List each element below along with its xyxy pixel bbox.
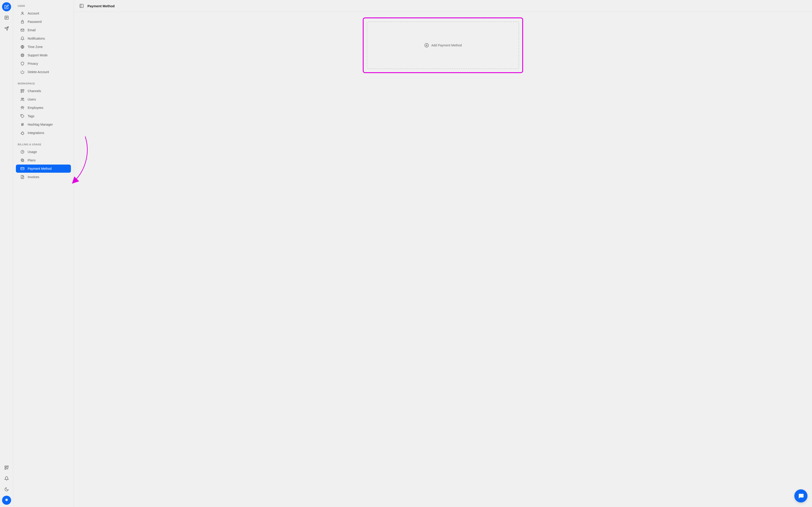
svg-line-36 (23, 123, 23, 126)
section-header-billing: BILLING & USAGE (13, 141, 73, 148)
sidebar-item-label: Time Zone (28, 45, 43, 49)
sidebar-item-label: Support Mode (28, 53, 48, 57)
svg-rect-12 (21, 21, 24, 23)
theme-button[interactable] (2, 485, 11, 494)
svg-point-16 (22, 55, 23, 56)
svg-point-32 (21, 115, 22, 116)
sidebar-item-label: Payment Method (28, 167, 52, 170)
sidebar-item-users[interactable]: Users (16, 95, 71, 103)
svg-rect-6 (5, 466, 6, 467)
users-icon (20, 97, 24, 101)
sidebar-item-notifications[interactable]: Notifications (16, 35, 71, 43)
sidebar-item-label: Tags (28, 114, 35, 118)
sidebar-item-label: Users (28, 98, 36, 101)
sidebar-item-payment-method[interactable]: Payment Method (16, 165, 71, 173)
svg-rect-7 (7, 466, 8, 467)
icon-rail (0, 0, 13, 507)
card-icon (20, 167, 24, 171)
chat-fab[interactable] (794, 489, 807, 502)
sidebar-item-channels[interactable]: Channels (16, 87, 71, 95)
svg-line-17 (21, 54, 22, 55)
apps-button[interactable] (2, 463, 11, 472)
sidebar-item-label: Account (28, 11, 39, 15)
rail-bell-button[interactable] (2, 474, 11, 483)
shield-icon (20, 62, 24, 66)
employees-icon (20, 106, 24, 110)
annotation-arrow (71, 136, 94, 187)
svg-point-28 (23, 98, 24, 99)
add-payment-label: Add Payment Method (432, 44, 462, 47)
gauge-icon (20, 150, 24, 154)
sidebar-item-label: Usage (28, 150, 37, 154)
settings-sidebar: USER Account Password Email Notification… (13, 0, 74, 507)
svg-point-30 (21, 107, 21, 108)
svg-point-27 (21, 98, 23, 99)
svg-rect-42 (21, 168, 24, 170)
section-header-user: USER (13, 3, 73, 9)
compose-button[interactable] (2, 2, 11, 11)
sidebar-item-label: Integrations (28, 131, 44, 135)
news-button[interactable] (2, 13, 11, 22)
lock-icon (20, 20, 24, 24)
globe-icon (20, 45, 24, 49)
sidebar-item-timezone[interactable]: Time Zone (16, 43, 71, 51)
svg-rect-41 (22, 160, 24, 162)
highlight-frame: Add Payment Method (363, 17, 523, 73)
sidebar-item-label: Password (28, 20, 42, 23)
content-header: Payment Method (74, 0, 812, 12)
collapse-sidebar-icon[interactable] (79, 4, 84, 8)
stack-icon (20, 158, 24, 162)
sidebar-item-label: Employees (28, 106, 43, 110)
sidebar-item-label: Invoices (28, 175, 39, 179)
sidebar-item-label: Plans (28, 159, 36, 162)
tag-icon (20, 114, 24, 118)
svg-point-11 (22, 12, 23, 13)
sidebar-item-label: Email (28, 28, 36, 32)
svg-rect-22 (21, 90, 22, 91)
user-icon (20, 11, 24, 15)
sidebar-item-integrations[interactable]: Integrations (16, 129, 71, 137)
sidebar-item-email[interactable]: Email (16, 26, 71, 34)
chat-icon (798, 493, 804, 499)
svg-line-18 (23, 56, 23, 56)
svg-rect-24 (21, 92, 22, 93)
sidebar-item-usage[interactable]: Usage (16, 148, 71, 156)
send-button[interactable] (2, 24, 11, 33)
sidebar-item-plans[interactable]: Plans (16, 156, 71, 164)
section-header-workspace: WORKSPACE (13, 80, 73, 87)
sidebar-item-password[interactable]: Password (16, 18, 71, 26)
content-body: Add Payment Method (74, 12, 812, 507)
grid-plus-icon (20, 89, 24, 93)
sidebar-item-tags[interactable]: Tags (16, 112, 71, 120)
sidebar-item-label: Notifications (28, 37, 45, 40)
hash-icon (20, 122, 24, 126)
plus-circle-icon (424, 43, 429, 48)
sidebar-item-delete-account[interactable]: Delete Account (16, 68, 71, 76)
page-title: Payment Method (88, 4, 115, 8)
svg-line-35 (22, 123, 22, 126)
sidebar-item-account[interactable]: Account (16, 9, 71, 17)
sidebar-item-invoices[interactable]: Invoices (16, 173, 71, 181)
power-icon (20, 70, 24, 74)
sidebar-item-employees[interactable]: Employees (16, 104, 71, 112)
mail-icon (20, 28, 24, 32)
app-logo[interactable] (2, 496, 11, 505)
svg-line-19 (21, 56, 22, 56)
sidebar-item-privacy[interactable]: Privacy (16, 60, 71, 68)
svg-line-20 (23, 54, 23, 55)
svg-rect-40 (21, 159, 23, 161)
bell-icon (20, 37, 24, 41)
add-payment-method-button[interactable]: Add Payment Method (367, 21, 519, 69)
sidebar-item-label: Delete Account (28, 70, 49, 74)
svg-point-39 (22, 152, 23, 152)
svg-point-31 (23, 107, 24, 108)
sidebar-item-label: Hashtag Manager (28, 123, 53, 126)
svg-rect-23 (23, 90, 24, 91)
sidebar-item-label: Privacy (28, 62, 38, 65)
sidebar-item-label: Channels (28, 89, 41, 93)
svg-point-29 (22, 106, 23, 108)
sidebar-item-support[interactable]: Support Mode (16, 51, 71, 59)
lifebuoy-icon (20, 53, 24, 57)
svg-rect-46 (80, 4, 83, 8)
sidebar-item-hashtag[interactable]: Hashtag Manager (16, 120, 71, 128)
